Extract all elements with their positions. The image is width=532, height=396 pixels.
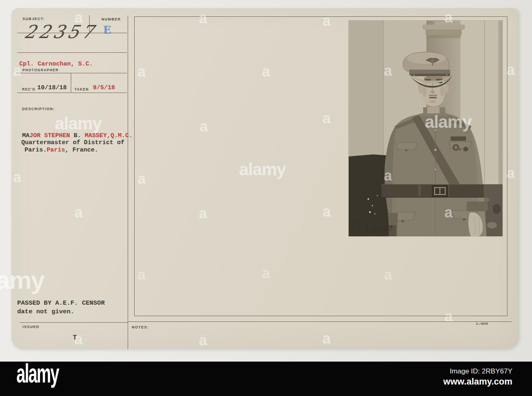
censor-line-2: date not given.	[17, 308, 74, 315]
photographer-label: PHOTOGRAPHER	[23, 68, 59, 72]
image-id-label: Image ID:	[450, 367, 480, 375]
alamy-url: www.alamy.com	[443, 376, 512, 387]
description-line-2: Quartermaster of District of	[21, 139, 124, 146]
number-label: NUMBER	[101, 17, 121, 21]
taken-label: TAKEN	[74, 87, 89, 91]
number-stamp: E	[103, 24, 111, 36]
description-line-3: Paris.Paris, France.	[25, 147, 98, 154]
alamy-logo: alamy	[16, 358, 59, 389]
description-label: DESCRIPTION:	[22, 107, 55, 111]
divider	[71, 73, 71, 93]
rule	[17, 52, 127, 53]
alamy-footer-bar: alamy Image ID: 2RBY67Y www.alamy.com	[0, 362, 532, 396]
issued-label: ISSUED	[23, 325, 39, 329]
notes-label: NOTES:	[132, 325, 149, 329]
description-line-1: MAJOR STEPHEN B. MASSEY,Q.M.C.	[22, 132, 133, 139]
received-label: REC'D	[22, 87, 36, 91]
rule	[17, 73, 127, 73]
column-divider	[128, 16, 128, 349]
censor-line-1: PASSED BY A.E.F. CENSOR	[17, 299, 105, 307]
subject-label: SUBJECT:	[23, 17, 45, 21]
image-id-value: 2RBY67Y	[482, 367, 512, 375]
issued-value: T	[73, 334, 77, 342]
taken-date: 9/5/18	[93, 84, 115, 91]
rule	[20, 322, 128, 323]
rule	[128, 321, 512, 322]
received-date: 10/18/18	[37, 84, 67, 91]
photographer-name: Cpl. Carnochan, S.C.	[19, 61, 93, 68]
index-card: SUBJECT: 22357 NUMBER E Cpl. Carnochan, …	[11, 8, 518, 348]
photo-of-officer: SIGNAL CORPS USA 22357	[349, 20, 503, 236]
rule	[17, 33, 127, 33]
divider	[89, 15, 90, 32]
subject-number-handwritten: 22357	[23, 21, 99, 42]
stock-photo-archive-card: SUBJECT: 22357 NUMBER E Cpl. Carnochan, …	[0, 0, 532, 396]
form-number: 3—5005	[476, 322, 488, 325]
image-id: Image ID: 2RBY67Y	[450, 367, 512, 376]
rule	[17, 93, 127, 93]
